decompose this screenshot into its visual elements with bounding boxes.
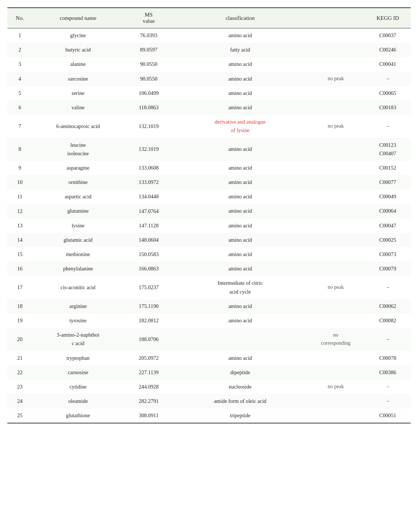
cell-ms: 282.2791 [124,394,174,408]
cell-no: 14 [7,233,32,247]
cell-ms: 244.0928 [124,380,174,394]
cell-ms: 133.0972 [124,175,174,189]
cell-no: 25 [7,408,32,423]
table-row: 9asparagine133.0608amino acidC00152 [7,161,411,175]
table-row: 22carnosine227.1139dipeptideC00386 [7,365,411,380]
cell-class: fatty acid [174,43,307,57]
col-header-no: No. [7,8,32,28]
cell-ms: 76.0393 [124,28,174,43]
cell-no: 8 [7,138,32,161]
cell-kegg: C00051 [365,408,411,423]
table-row: 11aspartic acid134.0448amino acidC00049 [7,189,411,204]
table-row: 3alanine90.0550amino acidC00041 [7,57,411,71]
table-row: 24oleamide282.2791amide form of oleic ac… [7,394,411,408]
cell-extra [307,189,365,204]
cell-extra [307,247,365,262]
table-row: 17cis-aconitic acid175.0237Intermediate … [7,276,411,299]
cell-class: amino acid [174,175,307,189]
cell-class: nucleoside [174,380,307,394]
cell-class: amino acid [174,86,307,100]
cell-class: amino acid [174,351,307,365]
cell-kegg: C00183 [365,100,411,115]
cell-kegg: − [365,276,411,299]
cell-name: carnosine [32,365,124,380]
cell-class: tripeptide [174,408,307,423]
table-container: No. compound name MSvalue classification… [7,7,411,423]
cell-no: 24 [7,394,32,408]
cell-name: glutathione [32,408,124,423]
cell-kegg: C00123C00407 [365,138,411,161]
cell-name: valine [32,100,124,115]
table-row: 2butyric acid89.0597fatty acidC00246 [7,43,411,57]
cell-class: derivative and analogueof lysine [174,115,307,138]
header-row: No. compound name MSvalue classification… [7,8,411,28]
table-row: 1glycine76.0393amino acidC00037 [7,28,411,43]
cell-kegg: C00047 [365,219,411,233]
table-row: 23cytidine244.0928nucleosideno peak− [7,380,411,394]
table-row: 13lysine147.1128amino acidC00047 [7,219,411,233]
cell-kegg: C00082 [365,313,411,328]
cell-no: 21 [7,351,32,365]
cell-no: 22 [7,365,32,380]
cell-ms: 150.0583 [124,247,174,262]
cell-extra: no peak [307,276,365,299]
col-header-class: classification [174,8,307,28]
cell-extra [307,28,365,43]
cell-ms: 132.1019 [124,115,174,138]
cell-class: amino acid [174,247,307,262]
cell-kegg: C00386 [365,365,411,380]
cell-extra [307,365,365,380]
table-row: 14glutamic acid148.0604amino acidC00025 [7,233,411,247]
table-row: 4sarcosine90.0550amino acidno peak− [7,72,411,86]
cell-ms: 147.1128 [124,219,174,233]
cell-name: alanine [32,57,124,71]
cell-name: cis-aconitic acid [32,276,124,299]
cell-class: amino acid [174,189,307,204]
cell-class: amino acid [174,28,307,43]
cell-ms: 89.0597 [124,43,174,57]
cell-ms: 182.0812 [124,313,174,328]
cell-extra [307,219,365,233]
table-row: 18arginine175.1190amino acidC00062 [7,299,411,313]
cell-extra [307,57,365,71]
cell-kegg: − [365,72,411,86]
cell-no: 3 [7,57,32,71]
cell-name: butyric acid [32,43,124,57]
cell-class: amino acid [174,72,307,86]
cell-class [174,328,307,351]
cell-kegg: C00078 [365,351,411,365]
cell-extra [307,299,365,313]
cell-kegg: − [365,394,411,408]
table-row: 12glutamine147.0764amino acidC00064 [7,204,411,218]
cell-no: 19 [7,313,32,328]
cell-extra: no peak [307,115,365,138]
table-row: 8leucineisoleucine132.1019amino acidC001… [7,138,411,161]
cell-name: oleamide [32,394,124,408]
cell-kegg: − [365,380,411,394]
cell-class: amino acid [174,262,307,276]
cell-kegg: C00064 [365,204,411,218]
table-row: 76-aminocaproic acid132.1019derivative a… [7,115,411,138]
table-row: 16phenylalanine166.0863amino acidC00079 [7,262,411,276]
cell-ms: 166.0863 [124,262,174,276]
cell-kegg: C00073 [365,247,411,262]
cell-name: glutamine [32,204,124,218]
cell-no: 6 [7,100,32,115]
cell-no: 17 [7,276,32,299]
cell-ms: 188.0706 [124,328,174,351]
cell-name: glycine [32,28,124,43]
cell-extra [307,43,365,57]
table-row: 10ornithine133.0972amino acidC00077 [7,175,411,189]
cell-name: methionine [32,247,124,262]
cell-name: aspartic acid [32,189,124,204]
cell-kegg: C00025 [365,233,411,247]
cell-kegg: C00077 [365,175,411,189]
cell-no: 13 [7,219,32,233]
cell-kegg: C00037 [365,28,411,43]
cell-class: amino acid [174,161,307,175]
cell-name: asparagine [32,161,124,175]
table-row: 6valine118.0863amino acidC00183 [7,100,411,115]
cell-no: 23 [7,380,32,394]
col-header-extra [307,8,365,28]
cell-ms: 90.0550 [124,72,174,86]
